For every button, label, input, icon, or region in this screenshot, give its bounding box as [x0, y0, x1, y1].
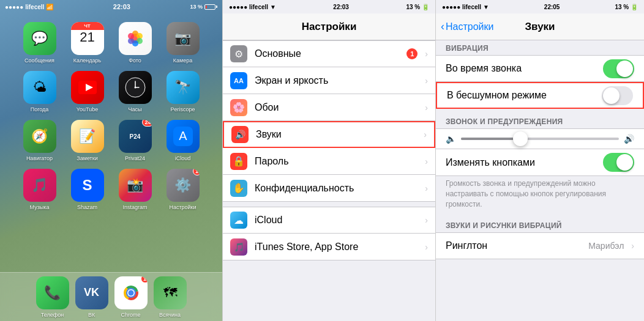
settings-row-passcode[interactable]: 🔒 Пароль ›	[223, 148, 435, 175]
phone3-sounds: ●●●●● lifecell ▼ 22:05 13 % 🔋 ‹ Настройк…	[435, 0, 644, 321]
wifi-icon: 📶	[46, 4, 53, 10]
status-time-1: 22:03	[113, 3, 130, 10]
settings-icon-display: AA	[230, 72, 247, 89]
dock-vk[interactable]: VK ВК	[75, 276, 108, 318]
status-carrier-2: ●●●●● lifecell ▼	[229, 4, 276, 10]
volume-high-icon: 🔊	[624, 134, 634, 144]
app-weather[interactable]: 🌤 Погода	[16, 67, 64, 116]
dock-phone[interactable]: 📞 Телефон	[36, 276, 69, 318]
divider-1	[436, 109, 644, 114]
ringtone-value: Марибэл	[588, 241, 624, 251]
app-privat24[interactable]: P24 24 Privat24	[111, 116, 159, 165]
back-label: Настройки	[446, 21, 493, 32]
app-grid: 💬 Сообщения ЧТ 21 Календарь	[0, 13, 222, 219]
status-bar-3: ●●●●● lifecell ▼ 22:05 13 % 🔋	[436, 0, 644, 13]
settings-label-sounds: Звуки	[256, 129, 416, 140]
chevron-wallpaper: ›	[425, 103, 428, 113]
settings-icon-itunes: 🎵	[230, 238, 247, 256]
settings-row-icloud[interactable]: ☁ iCloud ›	[223, 207, 435, 234]
app-clock[interactable]: Часы	[111, 67, 159, 116]
app-camera[interactable]: 📷 Камера	[159, 18, 207, 67]
status-time-2: 22:03	[333, 4, 349, 10]
chevron-ringtone: ›	[631, 241, 634, 251]
svg-text:A: A	[179, 129, 187, 142]
app-shazam[interactable]: S Shazam	[64, 165, 111, 214]
app-settings[interactable]: ⚙️ 1 Настройки	[159, 165, 207, 214]
svg-point-6	[128, 33, 134, 39]
app-navigator[interactable]: 🧭 Навигатор	[16, 116, 64, 165]
settings-icon-privacy: ✋	[230, 180, 247, 197]
settings-badge-general: 1	[406, 48, 417, 59]
sounds-nav-title: Звуки	[525, 21, 555, 33]
dock-chrome[interactable]: 1 1 Chrome	[114, 276, 148, 318]
settings-row-itunes[interactable]: 🎵 iTunes Store, App Store ›	[223, 234, 435, 260]
vibration-section-header: ВИБРАЦИЯ	[436, 40, 644, 55]
toggle-change-with-buttons[interactable]	[603, 153, 634, 172]
dock: 📞 Телефон VK ВК 1 1 Chr	[0, 272, 222, 321]
label-ringtone: Ринглтон	[446, 240, 581, 251]
toggle-silent-mode[interactable]	[602, 86, 633, 105]
label-during-call: Во время звонка	[446, 63, 596, 74]
app-instagram[interactable]: 📸 Instagram	[111, 165, 159, 214]
volume-fill	[461, 138, 516, 140]
settings-label-wallpaper: Обои	[255, 102, 417, 113]
settings-label-general: Основные	[255, 48, 399, 59]
volume-slider-row: 🔈 🔊	[446, 134, 634, 144]
chevron-display: ›	[425, 76, 428, 86]
settings-icon-sounds: 🔊	[231, 126, 249, 143]
app-periscope[interactable]: 🔭 Periscope	[159, 67, 207, 116]
label-silent-mode: В бесшумном режиме	[447, 90, 594, 101]
chevron-icloud: ›	[425, 215, 428, 225]
chevron-passcode: ›	[425, 157, 428, 166]
sounds-vibration-header: ЗВУКИ И РИСУНКИ ВИБРАЦИЙ	[436, 218, 644, 232]
app-photos[interactable]: Фото	[111, 18, 159, 67]
phone2-settings: ●●●●● lifecell ▼ 22:03 13 % 🔋 Настройки …	[222, 0, 435, 321]
app-music[interactable]: 🎵 Музыка	[16, 165, 64, 214]
divider-2	[436, 213, 644, 218]
chevron-itunes: ›	[425, 242, 428, 252]
settings-icon-passcode: 🔒	[230, 153, 247, 170]
volume-hint: Громкость звонка и предупреждений можно …	[436, 176, 644, 213]
status-time-3: 22:05	[544, 4, 560, 10]
chevron-sounds: ›	[424, 130, 427, 139]
app-messages[interactable]: 💬 Сообщения	[16, 18, 64, 67]
settings-nav-bar: Настройки	[223, 13, 435, 40]
carrier-name: lifecell	[25, 4, 44, 10]
ringtone-section-header: ЗВОНОК И ПРЕДУПРЕЖДЕНИЯ	[436, 114, 644, 128]
phone1-home-screen: ●●●●● lifecell 📶 22:03 13 % 💬 Сообщения …	[0, 0, 222, 321]
app-youtube[interactable]: YouTube	[64, 67, 111, 116]
settings-row-display[interactable]: AA Экран и яркость ›	[223, 67, 435, 94]
volume-thumb[interactable]	[513, 131, 528, 146]
volume-low-icon: 🔈	[446, 134, 456, 144]
toggle-during-call[interactable]	[603, 59, 634, 78]
settings-row-privacy[interactable]: ✋ Конфиденциальность ›	[223, 175, 435, 202]
status-battery-1: 13 %	[190, 4, 217, 10]
settings-icon-general: ⚙	[230, 45, 247, 62]
label-change-with-buttons: Изменять кнопками	[446, 157, 596, 168]
back-chevron-icon: ‹	[441, 20, 444, 33]
sounds-row-change-with-buttons[interactable]: Изменять кнопками	[436, 149, 644, 176]
chevron-general: ›	[425, 49, 428, 59]
app-appstore[interactable]: A iCloud	[159, 116, 207, 165]
battery-icon-1	[204, 4, 217, 10]
settings-label-itunes: iTunes Store, App Store	[255, 242, 417, 253]
settings-icon-wallpaper: 🌸	[230, 99, 247, 116]
back-button[interactable]: ‹ Настройки	[441, 20, 493, 33]
status-carrier-3: ●●●●● lifecell ▼	[442, 4, 489, 10]
status-bar-1: ●●●●● lifecell 📶 22:03 13 %	[0, 0, 222, 13]
settings-label-passcode: Пароль	[255, 156, 417, 167]
volume-track[interactable]	[461, 138, 619, 140]
dock-maps[interactable]: 🗺 Всячина	[154, 276, 187, 318]
settings-row-general[interactable]: ⚙ Основные 1 ›	[223, 40, 435, 67]
sounds-row-ringtone[interactable]: Ринглтон Марибэл ›	[436, 232, 644, 259]
settings-icon-icloud: ☁	[230, 212, 247, 229]
settings-row-wallpaper[interactable]: 🌸 Обои ›	[223, 94, 435, 121]
app-notes[interactable]: 📝 Заметки	[64, 116, 111, 165]
sounds-row-during-call[interactable]: Во время звонка	[436, 55, 644, 82]
sounds-row-silent-mode[interactable]: В бесшумном режиме	[436, 82, 644, 109]
settings-row-sounds[interactable]: 🔊 Звуки ›	[223, 121, 435, 148]
app-calendar[interactable]: ЧТ 21 Календарь	[64, 18, 111, 67]
settings-nav-title: Настройки	[302, 21, 357, 33]
settings-label-display: Экран и яркость	[255, 75, 417, 86]
status-battery-3: 13 % 🔋	[615, 4, 638, 10]
